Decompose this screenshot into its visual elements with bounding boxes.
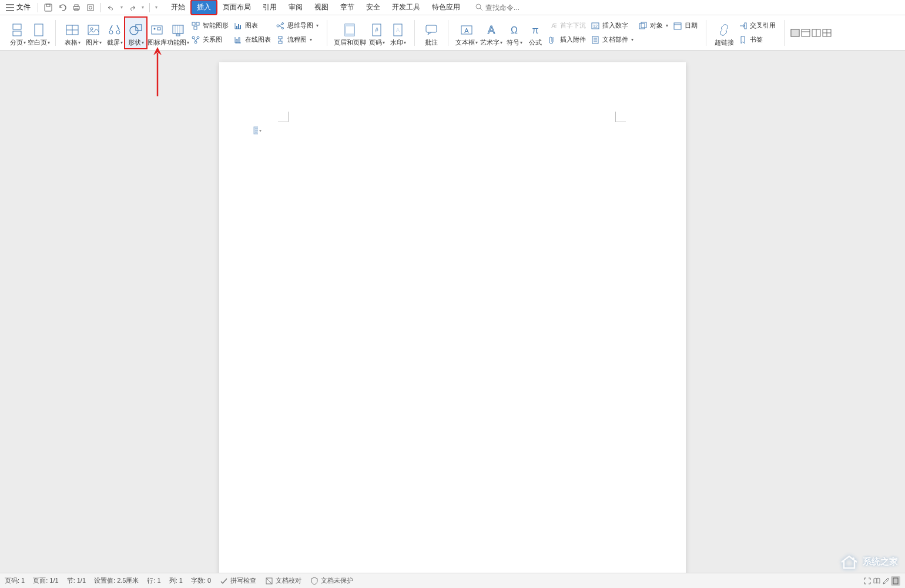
svg-rect-1 xyxy=(46,4,50,6)
document-page[interactable] xyxy=(219,62,686,573)
insert-number-button[interactable]: 12插入数字 xyxy=(588,19,636,32)
drop-cap-icon: A xyxy=(548,21,558,31)
equation-button[interactable]: π 公式 xyxy=(525,18,546,48)
comment-button[interactable]: 批注 xyxy=(421,18,442,48)
tab-security[interactable]: 安全 xyxy=(360,0,386,15)
save-icon[interactable] xyxy=(42,1,55,14)
undo-icon[interactable] xyxy=(56,1,69,14)
table-button[interactable]: 表格 xyxy=(62,18,83,48)
blank-page-button[interactable]: 空白页 xyxy=(28,18,49,48)
date-button[interactable]: 日期 xyxy=(671,19,700,32)
search-input[interactable] xyxy=(485,4,527,12)
undo-dropdown-icon[interactable] xyxy=(105,1,118,14)
tab-review[interactable]: 审阅 xyxy=(283,0,309,15)
tab-layout[interactable]: 页面布局 xyxy=(217,0,257,15)
page-number-button[interactable]: # 页码 xyxy=(366,18,387,48)
watermark-button[interactable]: A 水印 xyxy=(387,18,408,48)
app-menu[interactable]: 文件 xyxy=(2,2,34,12)
drop-cap-button[interactable]: A首字下沉 xyxy=(546,19,588,32)
svg-text:π: π xyxy=(532,25,538,35)
print-preview-icon[interactable] xyxy=(84,1,97,14)
tab-dev[interactable]: 开发工具 xyxy=(386,0,426,15)
label: 图片 xyxy=(86,38,102,47)
page-break-button[interactable]: 分页 xyxy=(7,18,28,48)
tab-special[interactable]: 特色应用 xyxy=(426,0,466,15)
tab-start[interactable]: 开始 xyxy=(165,0,191,15)
page-view-icon[interactable] xyxy=(891,576,900,586)
function-chart-button[interactable]: 功能图 xyxy=(167,18,189,48)
customize-qat-icon[interactable]: ▾ xyxy=(153,1,159,14)
chart-button[interactable]: 图表 xyxy=(231,19,273,32)
screenshot-button[interactable]: 截屏 xyxy=(104,18,125,48)
status-page[interactable]: 页面: 1/1 xyxy=(33,576,58,585)
symbol-button[interactable]: Ω 符号 xyxy=(504,18,525,48)
insert-attachment-button[interactable]: 插入附件 xyxy=(546,33,588,46)
bookmark-button[interactable]: 书签 xyxy=(736,33,778,46)
hamburger-icon xyxy=(6,4,14,11)
mindmap-button[interactable]: 思维导图 xyxy=(273,19,321,32)
symbol-icon: Ω xyxy=(506,22,522,38)
status-word-count[interactable]: 字数: 0 xyxy=(191,576,211,585)
svg-text:12: 12 xyxy=(593,24,598,28)
relation-chart-button[interactable]: 关系图 xyxy=(189,33,231,46)
dropdown-icon[interactable]: ▾ xyxy=(119,1,125,14)
cross-reference-button[interactable]: 交叉引用 xyxy=(736,19,778,32)
textbox-button[interactable]: A 文本框 xyxy=(454,18,479,48)
edit-icon[interactable] xyxy=(881,576,891,586)
status-bar: 页码: 1 页面: 1/1 节: 1/1 设置值: 2.5厘米 行: 1 列: … xyxy=(0,573,905,588)
header-footer-button[interactable]: 页眉和页脚 xyxy=(333,18,366,48)
status-line[interactable]: 行: 1 xyxy=(147,576,160,585)
tab-reference[interactable]: 引用 xyxy=(257,0,283,15)
fullscreen-icon[interactable] xyxy=(863,576,872,586)
icon-library-icon xyxy=(149,22,165,38)
document-workspace[interactable] xyxy=(0,51,905,573)
textbox-icon: A xyxy=(458,22,475,38)
view-mode-2-icon[interactable] xyxy=(801,29,810,37)
status-protection[interactable]: 文档未保护 xyxy=(310,576,353,586)
online-chart-button[interactable]: 在线图表 xyxy=(231,33,273,46)
watermark-icon: A xyxy=(390,22,406,38)
smart-art-button[interactable]: 智能图形 xyxy=(189,19,231,32)
dropdown-icon[interactable]: ▾ xyxy=(140,1,146,14)
view-mode-3-icon[interactable] xyxy=(812,29,821,37)
reading-view-icon[interactable] xyxy=(872,576,881,586)
equation-icon: π xyxy=(527,22,544,38)
separator xyxy=(149,3,150,12)
label: 空白页 xyxy=(28,38,50,47)
svg-rect-24 xyxy=(196,22,199,25)
label: 文档部件 xyxy=(602,35,628,44)
svg-point-13 xyxy=(90,28,93,30)
tab-view[interactable]: 视图 xyxy=(309,0,334,15)
picture-button[interactable]: 图片 xyxy=(83,18,104,48)
status-spellcheck[interactable]: 拼写检查 xyxy=(219,576,256,586)
redo-dropdown-icon[interactable] xyxy=(126,1,139,14)
tab-insert[interactable]: 插入 xyxy=(191,0,217,15)
command-search[interactable] xyxy=(475,4,527,12)
icon-library-button[interactable]: 图标库 xyxy=(146,18,167,48)
status-proofread[interactable]: 文档校对 xyxy=(264,576,301,586)
paragraph-options-icon[interactable] xyxy=(253,126,262,135)
status-page-number[interactable]: 页码: 1 xyxy=(5,576,25,585)
label: 艺术字 xyxy=(480,38,502,47)
svg-point-6 xyxy=(89,6,92,9)
label: 公式 xyxy=(529,38,542,47)
svg-rect-5 xyxy=(88,5,93,11)
svg-rect-9 xyxy=(13,31,21,36)
hyperlink-button[interactable]: 超链接 xyxy=(712,18,736,48)
view-mode-1-icon[interactable] xyxy=(790,29,800,37)
object-button[interactable]: 对象 xyxy=(636,19,671,32)
shapes-button[interactable]: 形状 xyxy=(125,18,146,48)
svg-rect-61 xyxy=(802,29,810,36)
tab-chapter[interactable]: 章节 xyxy=(334,0,360,15)
separator xyxy=(448,20,448,46)
wordart-button[interactable]: A 艺术字 xyxy=(479,18,504,48)
print-icon[interactable] xyxy=(70,1,83,14)
svg-rect-20 xyxy=(157,28,160,30)
doc-parts-button[interactable]: 文档部件 xyxy=(588,33,636,46)
status-column[interactable]: 列: 1 xyxy=(169,576,183,585)
view-mode-4-icon[interactable] xyxy=(822,29,832,37)
status-position[interactable]: 设置值: 2.5厘米 xyxy=(94,576,139,585)
status-section[interactable]: 节: 1/1 xyxy=(67,576,86,585)
flowchart-button[interactable]: 流程图 xyxy=(273,33,321,46)
svg-rect-56 xyxy=(639,23,645,29)
